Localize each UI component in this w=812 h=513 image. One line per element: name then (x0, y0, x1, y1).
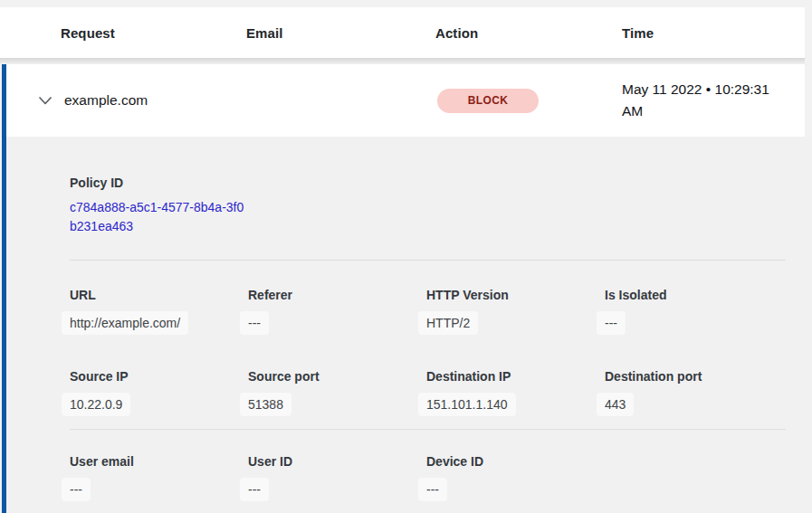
section-divider (70, 260, 786, 261)
field-value: --- (62, 478, 91, 501)
field-value: 51388 (240, 393, 291, 416)
log-table-row[interactable]: example.com BLOCK May 11 2022 • 10:29:31… (2, 64, 805, 137)
detail-field-is-isolated: Is Isolated --- (605, 288, 783, 335)
field-label: Device ID (426, 454, 605, 469)
expanded-log-details: Policy ID c784a888-a5c1-4577-8b4a-3f0b23… (2, 137, 812, 513)
field-label: Is Isolated (605, 288, 783, 302)
field-label: Source port (248, 369, 426, 384)
detail-field-url: URL http://example.com/ (70, 288, 248, 335)
policy-id-link[interactable]: c784a888-a5c1-4577-8b4a-3f0b231ea463 (70, 198, 251, 236)
field-label: User email (70, 454, 248, 469)
field-value: --- (597, 311, 626, 335)
field-value: HTTP/2 (418, 311, 478, 335)
detail-field-device-id: Device ID --- (426, 454, 605, 501)
detail-field-user-email: User email --- (70, 454, 248, 501)
field-value: http://example.com/ (62, 311, 188, 335)
detail-field-http-version: HTTP Version HTTP/2 (426, 288, 605, 335)
detail-field-destination-port: Destination port 443 (605, 369, 783, 416)
field-value: 10.22.0.9 (62, 393, 130, 416)
field-label: Destination IP (426, 369, 605, 384)
policy-id-label: Policy ID (70, 176, 786, 190)
log-table-header: Request Email Action Time (0, 7, 805, 58)
header-shadow (0, 58, 805, 64)
action-cell: BLOCK (435, 89, 622, 113)
field-value: --- (418, 478, 447, 501)
detail-field-destination-ip: Destination IP 151.101.1.140 (426, 369, 605, 416)
chevron-down-icon[interactable] (38, 93, 53, 108)
field-label: User ID (248, 454, 426, 469)
column-header-request: Request (61, 25, 246, 41)
field-label: Destination port (605, 369, 783, 384)
field-label: Referer (248, 288, 426, 302)
section-divider (70, 429, 786, 430)
detail-field-source-port: Source port 51388 (248, 369, 426, 416)
policy-id-block: Policy ID c784a888-a5c1-4577-8b4a-3f0b23… (70, 176, 786, 236)
field-label: Source IP (70, 369, 248, 384)
detail-fields-row: User email --- User ID --- Device ID --- (70, 454, 786, 501)
detail-field-referer: Referer --- (248, 288, 426, 335)
field-value: --- (240, 311, 269, 335)
detail-fields-row: Source IP 10.22.0.9 Source port 51388 De… (70, 369, 786, 416)
field-label: URL (70, 288, 248, 302)
column-header-time: Time (622, 25, 805, 41)
field-label: HTTP Version (426, 288, 605, 302)
block-action-badge: BLOCK (437, 89, 539, 113)
column-header-action: Action (435, 25, 622, 41)
request-cell: example.com (38, 92, 246, 109)
column-header-email: Email (246, 25, 435, 41)
detail-fields-row: URL http://example.com/ Referer --- HTTP… (70, 288, 786, 335)
field-value: --- (240, 478, 269, 501)
request-value: example.com (64, 92, 148, 109)
detail-field-user-id: User ID --- (248, 454, 426, 501)
field-value: 151.101.1.140 (418, 393, 516, 416)
page-top-gutter (0, 0, 812, 7)
time-value: May 11 2022 • 10:29:31 AM (622, 79, 787, 122)
field-value: 443 (597, 393, 634, 416)
detail-field-source-ip: Source IP 10.22.0.9 (70, 369, 248, 416)
